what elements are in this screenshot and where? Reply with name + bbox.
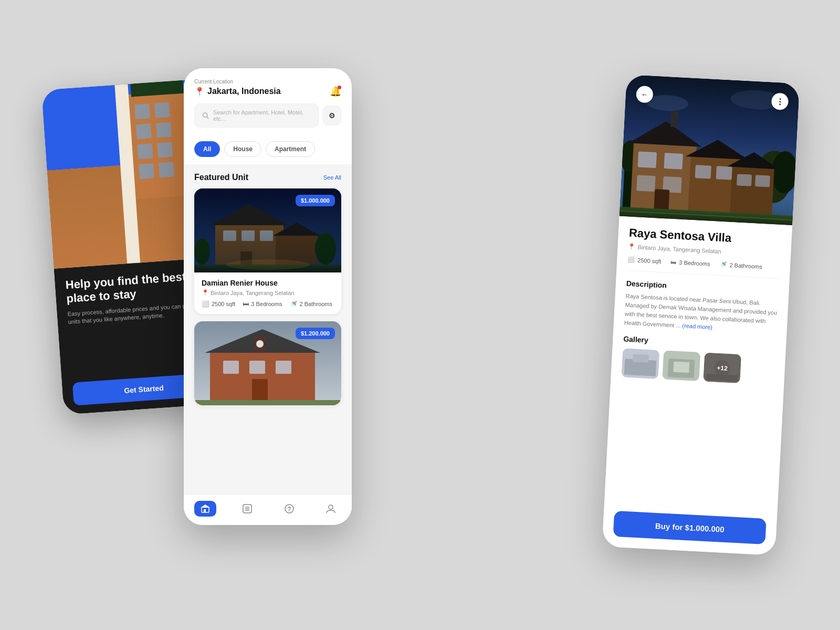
notification-dot bbox=[338, 86, 341, 89]
user-icon bbox=[326, 503, 336, 514]
villa-stats: ⬜ 2500 sqft 🛏 3 Bedrooms 🚿 2 Bathrooms bbox=[627, 256, 780, 279]
bedroom-stat-1: 🛏 3 Bedrooms bbox=[243, 300, 282, 308]
tab-apartment[interactable]: Apartment bbox=[266, 141, 315, 157]
svg-rect-66 bbox=[673, 362, 689, 373]
gallery-img-2 bbox=[662, 351, 700, 382]
svg-rect-19 bbox=[249, 361, 265, 374]
gallery-more-overlay: +12 bbox=[703, 353, 741, 384]
search-box[interactable]: Search for Apartment, Hotel, Motel, etc.… bbox=[194, 103, 319, 128]
svg-rect-50 bbox=[636, 175, 656, 192]
list-icon bbox=[242, 503, 253, 514]
tabs-row: All House Apartment bbox=[184, 134, 352, 164]
svg-rect-10 bbox=[240, 251, 252, 272]
search-placeholder: Search for Apartment, Hotel, Motel, etc.… bbox=[213, 109, 311, 122]
bathroom-stat-1: 🚿 2 Bathrooms bbox=[290, 300, 332, 308]
location-value: Jakarta, Indonesia bbox=[207, 87, 281, 96]
property-image-2: $1.200.000 bbox=[194, 321, 341, 405]
svg-text:?: ? bbox=[287, 506, 291, 513]
gallery-title: Gallery bbox=[623, 335, 775, 351]
svg-rect-20 bbox=[276, 361, 291, 374]
svg-rect-24 bbox=[194, 400, 341, 405]
svg-rect-49 bbox=[664, 153, 684, 170]
villa-bathrooms: 🚿 2 Bathrooms bbox=[719, 261, 762, 270]
svg-point-13 bbox=[315, 233, 336, 265]
svg-rect-5 bbox=[276, 236, 318, 272]
nav-profile-button[interactable] bbox=[320, 501, 341, 516]
gallery-item-2[interactable] bbox=[662, 351, 700, 382]
description-text: Raya Sentosa is located near Pasar Seni … bbox=[624, 291, 778, 335]
tab-house[interactable]: House bbox=[224, 141, 261, 157]
villa-location-icon: 📍 bbox=[628, 243, 636, 250]
more-dot-2 bbox=[779, 101, 781, 102]
building-windows bbox=[134, 102, 174, 179]
card-info-1: Damian Renier House 📍 Bintaro Jaya, Tang… bbox=[194, 272, 341, 314]
property-stats-1: ⬜ 2500 sqft 🛏 3 Bedrooms 🚿 2 Bathrooms bbox=[202, 300, 334, 308]
gallery-item-3[interactable]: +12 bbox=[703, 353, 741, 384]
gallery-img-1 bbox=[622, 349, 660, 380]
location-text: 📍 Jakarta, Indonesia bbox=[194, 87, 281, 97]
nav-home-button[interactable] bbox=[194, 501, 216, 517]
villa-sqft: ⬜ 2500 sqft bbox=[627, 256, 662, 265]
property-card-2[interactable]: $1.200.000 bbox=[194, 321, 341, 405]
phone-listing: Current Location 📍 Jakarta, Indonesia 🔔 bbox=[184, 68, 352, 525]
svg-rect-55 bbox=[755, 175, 770, 187]
search-icon bbox=[202, 112, 209, 119]
location-row: 📍 Jakarta, Indonesia 🔔 bbox=[194, 86, 341, 97]
gallery-item-1[interactable] bbox=[622, 349, 660, 380]
bed-icon-1: 🛏 bbox=[243, 300, 249, 308]
sqft-icon-1: ⬜ bbox=[202, 300, 209, 308]
see-all-link[interactable]: See All bbox=[323, 174, 341, 181]
more-dot-1 bbox=[779, 98, 781, 100]
detail-content: Raya Sentosa Villa 📍 Bintaro Jaya, Tange… bbox=[602, 216, 793, 555]
price-badge-1: $1.000.000 bbox=[296, 195, 335, 206]
svg-rect-48 bbox=[638, 151, 657, 168]
notification-button[interactable]: 🔔 bbox=[330, 86, 341, 97]
svg-rect-3 bbox=[215, 225, 284, 272]
search-row: Search for Apartment, Hotel, Motel, etc.… bbox=[194, 103, 341, 128]
featured-unit-title: Featured Unit bbox=[194, 173, 248, 182]
svg-line-1 bbox=[207, 117, 208, 118]
svg-rect-56 bbox=[670, 111, 679, 127]
svg-point-0 bbox=[203, 113, 207, 117]
svg-rect-8 bbox=[242, 230, 255, 241]
property-card-1[interactable]: $1.000.000 Damian Renier House 📍 Bintaro… bbox=[194, 188, 341, 314]
svg-rect-63 bbox=[633, 354, 649, 363]
property-location-1: 📍 Bintaro Jaya, Tangerang Selatan bbox=[202, 289, 334, 296]
location-pin-icon: 📍 bbox=[194, 87, 205, 97]
filter-button[interactable]: ⚙ bbox=[323, 106, 341, 125]
help-icon: ? bbox=[284, 503, 295, 514]
phone-detail: ← Raya Sentosa Villa 📍 Bintaro Jaya, Tan… bbox=[602, 75, 800, 555]
tab-all[interactable]: All bbox=[194, 141, 220, 157]
location-icon-1: 📍 bbox=[202, 289, 209, 296]
svg-point-14 bbox=[226, 259, 310, 270]
listing-header: Current Location 📍 Jakarta, Indonesia 🔔 bbox=[184, 68, 352, 134]
svg-point-23 bbox=[256, 340, 264, 348]
property-name-1: Damian Renier House bbox=[202, 279, 334, 287]
price-badge-2: $1.200.000 bbox=[296, 328, 335, 339]
bottom-navigation: ? bbox=[184, 494, 352, 525]
more-dot-3 bbox=[779, 103, 781, 105]
svg-point-34 bbox=[329, 505, 333, 509]
nav-help-button[interactable]: ? bbox=[279, 501, 300, 516]
svg-point-12 bbox=[194, 238, 210, 265]
home-icon bbox=[201, 504, 210, 513]
listing-content: Featured Unit See All bbox=[184, 164, 352, 525]
bath-icon-1: 🚿 bbox=[290, 300, 298, 308]
sqft-icon: ⬜ bbox=[627, 256, 635, 264]
property-image-1: $1.000.000 bbox=[194, 188, 341, 272]
sqft-stat-1: ⬜ 2500 sqft bbox=[202, 300, 235, 308]
svg-rect-11 bbox=[194, 265, 341, 272]
location-label: Current Location bbox=[194, 79, 341, 85]
svg-marker-26 bbox=[201, 505, 210, 508]
svg-rect-52 bbox=[695, 165, 711, 179]
svg-rect-7 bbox=[223, 230, 236, 241]
villa-bedrooms: 🛏 3 Bedrooms bbox=[670, 258, 710, 267]
read-more-link[interactable]: (read more) bbox=[682, 322, 712, 330]
svg-rect-53 bbox=[716, 166, 732, 180]
section-header: Featured Unit See All bbox=[194, 173, 341, 182]
gallery-row: +12 bbox=[622, 349, 775, 385]
svg-rect-54 bbox=[737, 174, 752, 186]
svg-rect-27 bbox=[204, 509, 206, 512]
svg-rect-18 bbox=[223, 361, 239, 374]
nav-list-button[interactable] bbox=[237, 501, 258, 516]
